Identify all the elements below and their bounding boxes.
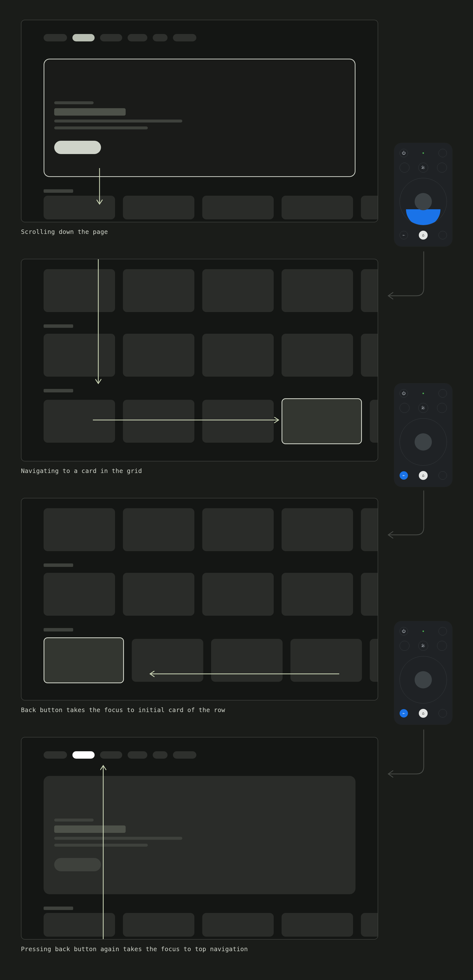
content-card[interactable]: [361, 508, 378, 551]
content-card[interactable]: [123, 913, 194, 937]
tab-item[interactable]: [173, 751, 196, 759]
content-card[interactable]: [202, 334, 274, 377]
row-header-placeholder: [44, 628, 73, 632]
content-card[interactable]: [361, 334, 378, 377]
assist-button[interactable]: 🎤︎: [418, 641, 428, 651]
tab-item[interactable]: [173, 34, 196, 41]
content-card[interactable]: [44, 334, 115, 377]
placeholder-line: [54, 126, 148, 129]
content-card[interactable]: [282, 196, 353, 220]
back-button[interactable]: ←: [400, 231, 408, 239]
remote-control: ⏻ 🎤︎ ← ⌂: [394, 383, 452, 487]
content-card[interactable]: [361, 269, 378, 312]
content-card[interactable]: [123, 334, 194, 377]
hero-card[interactable]: [44, 776, 356, 894]
content-card[interactable]: [123, 573, 194, 616]
generic-button[interactable]: [437, 163, 447, 173]
content-card[interactable]: [282, 269, 353, 312]
tv-screen: [21, 498, 378, 700]
generic-button[interactable]: [438, 149, 447, 157]
content-card[interactable]: [132, 639, 203, 682]
content-card[interactable]: [282, 508, 353, 551]
generic-button[interactable]: [437, 403, 447, 413]
content-card[interactable]: [370, 400, 378, 443]
generic-button[interactable]: [438, 389, 447, 398]
content-card[interactable]: [123, 196, 194, 220]
content-card[interactable]: [361, 913, 378, 937]
tab-item[interactable]: [100, 34, 122, 41]
content-card[interactable]: [44, 913, 115, 937]
caption: Navigating to a card in the grid: [21, 467, 378, 474]
content-card-focused[interactable]: [44, 637, 124, 683]
content-card[interactable]: [211, 639, 283, 682]
dpad[interactable]: [400, 418, 447, 466]
content-card[interactable]: [44, 196, 115, 220]
tab-item-active[interactable]: [72, 34, 95, 41]
cta-button[interactable]: [54, 141, 101, 154]
home-icon: ⌂: [422, 233, 424, 237]
led-indicator: [422, 152, 424, 154]
content-card[interactable]: [282, 913, 353, 937]
power-icon: ⏻: [402, 391, 406, 395]
tab-item[interactable]: [153, 751, 168, 759]
content-card[interactable]: [370, 639, 378, 682]
tab-item[interactable]: [100, 751, 122, 759]
flow-connector: [379, 251, 429, 308]
dpad-center[interactable]: [414, 433, 432, 450]
content-card[interactable]: [361, 196, 378, 220]
assist-button[interactable]: 🎤︎: [418, 403, 428, 413]
content-card[interactable]: [202, 196, 274, 220]
generic-button[interactable]: [438, 627, 447, 635]
dpad-center[interactable]: [414, 671, 432, 689]
content-card[interactable]: [44, 400, 115, 443]
content-card[interactable]: [44, 269, 115, 312]
content-card[interactable]: [202, 269, 274, 312]
content-card[interactable]: [290, 639, 362, 682]
content-card[interactable]: [282, 334, 353, 377]
content-card[interactable]: [44, 508, 115, 551]
assist-button[interactable]: 🎤︎: [418, 163, 428, 173]
content-card[interactable]: [202, 400, 274, 443]
tab-item[interactable]: [128, 34, 147, 41]
placeholder-line: [54, 844, 148, 846]
content-card[interactable]: [202, 913, 274, 937]
home-button[interactable]: ⌂: [419, 231, 428, 240]
dpad[interactable]: [400, 656, 447, 703]
mic-icon: 🎤︎: [421, 644, 425, 648]
content-card[interactable]: [202, 573, 274, 616]
arrow-left-icon: ←: [403, 474, 405, 477]
generic-button[interactable]: [400, 403, 410, 413]
content-card[interactable]: [123, 269, 194, 312]
back-button-highlighted[interactable]: ←: [400, 709, 408, 718]
generic-button[interactable]: [438, 471, 447, 480]
generic-button[interactable]: [438, 231, 447, 239]
led-indicator: [422, 393, 424, 394]
power-button[interactable]: ⏻: [400, 627, 408, 635]
home-button[interactable]: ⌂: [419, 709, 428, 718]
content-card[interactable]: [44, 573, 115, 616]
tab-item[interactable]: [44, 34, 67, 41]
content-card-focused[interactable]: [282, 398, 362, 444]
content-card[interactable]: [282, 573, 353, 616]
cta-button[interactable]: [54, 858, 101, 871]
content-card[interactable]: [202, 508, 274, 551]
content-card[interactable]: [123, 400, 194, 443]
tab-item[interactable]: [128, 751, 147, 759]
power-button[interactable]: ⏻: [400, 149, 408, 157]
content-card[interactable]: [123, 508, 194, 551]
tab-item-focused[interactable]: [72, 751, 95, 759]
hero-card-focused[interactable]: [44, 59, 356, 177]
content-card[interactable]: [361, 573, 378, 616]
dpad-center[interactable]: [414, 193, 432, 210]
row-header-placeholder: [44, 907, 73, 910]
back-button-highlighted[interactable]: ←: [400, 471, 408, 480]
dpad[interactable]: [400, 178, 447, 225]
generic-button[interactable]: [438, 709, 447, 718]
generic-button[interactable]: [400, 163, 410, 173]
generic-button[interactable]: [400, 641, 410, 651]
power-button[interactable]: ⏻: [400, 389, 408, 398]
tab-item[interactable]: [44, 751, 67, 759]
generic-button[interactable]: [437, 641, 447, 651]
home-button[interactable]: ⌂: [419, 471, 428, 480]
tab-item[interactable]: [153, 34, 168, 41]
